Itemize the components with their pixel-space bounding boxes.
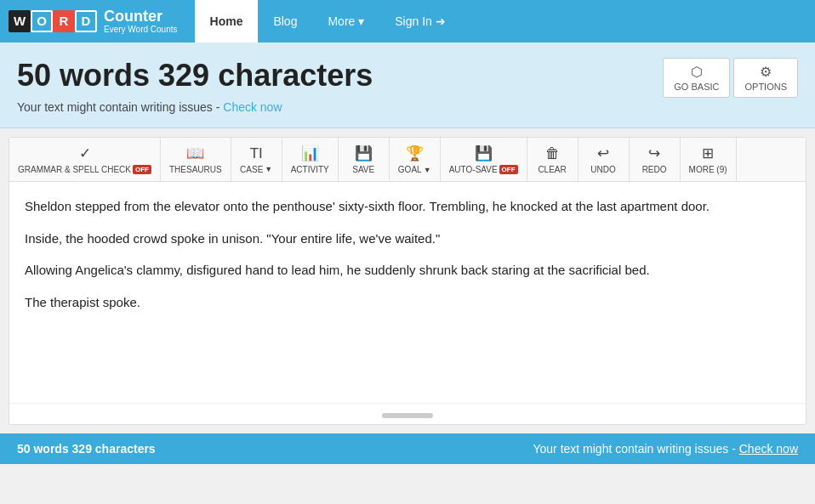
case-button[interactable]: TI CASE ▼ <box>231 138 282 181</box>
activity-button[interactable]: 📊 ACTIVITY <box>282 138 339 181</box>
case-icon: TI <box>250 145 263 162</box>
undo-icon: ↩ <box>597 144 609 162</box>
editor-paragraph-3: Allowing Angelica's clammy, disfigured h… <box>25 259 790 281</box>
activity-icon: 📊 <box>301 144 319 162</box>
footer-check-now-link[interactable]: Check now <box>739 442 798 456</box>
auto-save-button[interactable]: 💾 AUTO-SAVE OFF <box>441 138 527 181</box>
auto-save-badge: OFF <box>499 165 518 174</box>
clear-icon: 🗑 <box>545 145 560 162</box>
goal-label-row: GOAL ▼ <box>398 165 431 174</box>
editor-paragraph-2: Inside, the hooded crowd spoke in unison… <box>25 228 790 250</box>
footer-word-count: 50 words 329 characters <box>17 442 156 456</box>
goal-dropdown-arrow: ▼ <box>424 166 431 174</box>
writing-issues: Your text might contain writing issues -… <box>17 100 798 114</box>
save-label: SAVE <box>352 165 374 174</box>
clear-label: CLEAR <box>538 165 566 174</box>
main-content: ✓ GRAMMAR & SPELL CHECK OFF 📖 THESAURUS … <box>9 137 806 425</box>
logo-title: Counter <box>104 8 178 25</box>
grammar-badge: OFF <box>133 165 151 174</box>
scroll-bar[interactable] <box>382 413 433 418</box>
editor-area[interactable]: Sheldon stepped from the elevator onto t… <box>9 182 806 403</box>
options-button[interactable]: ⚙ OPTIONS <box>733 58 798 98</box>
go-basic-button[interactable]: ⬡ GO BASIC <box>663 58 730 98</box>
go-basic-label: GO BASIC <box>674 82 719 92</box>
scroll-hint <box>9 403 806 424</box>
logo-letter-d: D <box>75 10 97 32</box>
undo-button[interactable]: ↩ UNDO <box>578 138 630 181</box>
activity-label: ACTIVITY <box>291 165 329 174</box>
save-button[interactable]: 💾 SAVE <box>339 138 390 181</box>
nav-signin[interactable]: Sign In ➜ <box>379 0 460 42</box>
auto-save-label: AUTO-SAVE <box>449 165 498 174</box>
thesaurus-button[interactable]: 📖 THESAURUS <box>161 138 231 181</box>
logo-letters: W O R D <box>9 10 97 32</box>
thesaurus-label: THESAURUS <box>169 165 222 174</box>
editor-paragraph-1: Sheldon stepped from the elevator onto t… <box>25 195 790 218</box>
case-dropdown-arrow: ▼ <box>265 165 272 173</box>
more-icon: ⊞ <box>702 144 714 162</box>
save-icon: 💾 <box>355 144 373 162</box>
editor-paragraph-4: The therapist spoke. <box>25 292 790 314</box>
case-label-row: CASE ▼ <box>240 165 272 174</box>
footer-issues: Your text might contain writing issues -… <box>533 442 798 456</box>
more-button[interactable]: ⊞ MORE (9) <box>681 138 737 181</box>
goal-button[interactable]: 🏆 GOAL ▼ <box>390 138 441 181</box>
nav-more[interactable]: More ▾ <box>312 0 379 42</box>
header-actions: ⬡ GO BASIC ⚙ OPTIONS <box>663 58 798 98</box>
footer-bar: 50 words 329 characters Your text might … <box>0 433 815 464</box>
grammar-spell-check-button[interactable]: ✓ GRAMMAR & SPELL CHECK OFF <box>9 138 161 181</box>
more-label: MORE (9) <box>689 165 727 174</box>
redo-icon: ↪ <box>648 144 660 162</box>
grammar-label: GRAMMAR & SPELL CHECK <box>18 165 131 174</box>
nav-blog[interactable]: Blog <box>258 0 312 42</box>
options-label: OPTIONS <box>744 82 787 92</box>
options-icon: ⚙ <box>760 64 772 80</box>
issues-text: Your text might contain writing issues - <box>17 100 223 114</box>
undo-label: UNDO <box>590 165 615 174</box>
nav-home[interactable]: Home <box>195 0 259 42</box>
logo: W O R D Counter Every Word Counts <box>9 8 178 35</box>
logo-letter-o: O <box>31 10 53 32</box>
header-section: 50 words 329 characters ⬡ GO BASIC ⚙ OPT… <box>0 42 815 128</box>
clear-button[interactable]: 🗑 CLEAR <box>527 138 578 181</box>
goal-icon: 🏆 <box>406 144 424 162</box>
case-label: CASE <box>240 165 263 174</box>
navbar: W O R D Counter Every Word Counts Home B… <box>0 0 815 42</box>
logo-letter-r: R <box>53 10 75 32</box>
grammar-label-row: GRAMMAR & SPELL CHECK OFF <box>18 165 151 174</box>
logo-subtitle: Every Word Counts <box>104 25 178 34</box>
auto-save-label-row: AUTO-SAVE OFF <box>449 165 518 174</box>
header-top: 50 words 329 characters ⬡ GO BASIC ⚙ OPT… <box>17 58 798 100</box>
goal-label: GOAL <box>398 165 422 174</box>
check-now-link[interactable]: Check now <box>223 100 282 114</box>
auto-save-icon: 💾 <box>475 144 493 162</box>
logo-text: Counter Every Word Counts <box>104 8 178 35</box>
redo-label: REDO <box>642 165 667 174</box>
word-count-title: 50 words 329 characters <box>17 58 373 93</box>
toolbar: ✓ GRAMMAR & SPELL CHECK OFF 📖 THESAURUS … <box>9 138 806 182</box>
grammar-icon: ✓ <box>79 144 91 162</box>
go-basic-icon: ⬡ <box>691 64 703 80</box>
logo-letter-w: W <box>9 10 31 32</box>
redo-button[interactable]: ↪ REDO <box>630 138 681 181</box>
thesaurus-icon: 📖 <box>186 144 204 162</box>
footer-issues-text: Your text might contain writing issues - <box>533 442 738 456</box>
